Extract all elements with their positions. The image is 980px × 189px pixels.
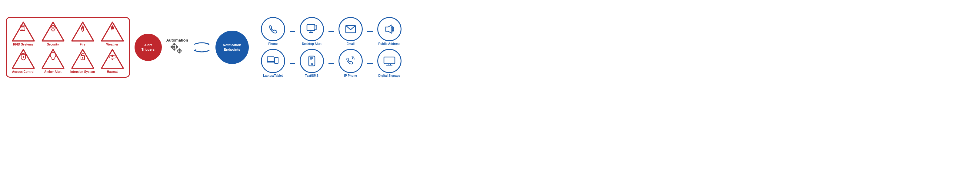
notif-label2: Endpoints bbox=[224, 47, 240, 51]
svg-rect-57 bbox=[384, 57, 395, 64]
weather-triangle-wrapper bbox=[100, 21, 124, 42]
endpoint-public-address: Public Address bbox=[373, 17, 406, 46]
connector-2 bbox=[328, 31, 334, 32]
svg-point-35 bbox=[178, 50, 180, 51]
sms-circle bbox=[300, 49, 324, 73]
svg-point-56 bbox=[311, 63, 312, 65]
svg-rect-2 bbox=[21, 26, 24, 27]
access-icon bbox=[20, 52, 27, 62]
phone-icon bbox=[267, 24, 278, 35]
sms-icon bbox=[308, 56, 315, 66]
center-section: Alert Triggers Automation bbox=[135, 30, 249, 64]
trigger-security: Security bbox=[40, 21, 67, 46]
svg-rect-52 bbox=[309, 56, 315, 66]
desktop-label: Desktop Alert bbox=[302, 42, 321, 46]
trigger-weather: Weather bbox=[99, 21, 126, 46]
ip-phone-circle bbox=[339, 49, 363, 73]
svg-rect-36 bbox=[179, 48, 180, 50]
sms-label: Text/SMS bbox=[305, 74, 318, 78]
email-circle bbox=[339, 17, 363, 41]
ip-phone-label: IP Phone bbox=[344, 74, 357, 78]
ip-phone-icon bbox=[345, 56, 356, 66]
public-address-icon bbox=[384, 24, 395, 34]
rfid-icon bbox=[19, 24, 27, 33]
connector-1 bbox=[290, 31, 295, 32]
endpoint-laptop-tablet: Laptop/Tablet bbox=[256, 49, 290, 78]
public-address-label: Public Address bbox=[379, 42, 400, 46]
laptop-circle bbox=[261, 49, 285, 73]
laptop-label: Laptop/Tablet bbox=[263, 74, 283, 78]
svg-rect-37 bbox=[179, 52, 180, 53]
security-icon bbox=[50, 24, 56, 34]
rfid-triangle-wrapper bbox=[11, 21, 35, 42]
endpoint-text-sms: Text/SMS bbox=[295, 49, 328, 78]
security-label: Security bbox=[47, 43, 59, 46]
hazmat-label: Hazmat bbox=[107, 70, 118, 74]
signage-circle bbox=[377, 49, 401, 73]
connector-5 bbox=[328, 63, 334, 64]
hazmat-icon bbox=[108, 52, 117, 62]
alert-triggers-label: Alert bbox=[144, 43, 152, 47]
endpoint-ip-phone: IP Phone bbox=[334, 49, 367, 78]
public-address-circle bbox=[377, 17, 401, 41]
hazmat-triangle-wrapper bbox=[100, 48, 124, 69]
intrusion-triangle-wrapper bbox=[71, 48, 95, 69]
automation-gears-icon bbox=[170, 43, 185, 57]
access-triangle-wrapper bbox=[11, 48, 35, 69]
svg-rect-38 bbox=[177, 50, 178, 51]
amber-label: Amber Alert bbox=[44, 70, 62, 74]
phone-label: Phone bbox=[268, 42, 278, 46]
endpoint-row-2: Laptop/Tablet Text/SMS bbox=[256, 49, 406, 78]
svg-rect-42 bbox=[307, 24, 315, 30]
svg-rect-51 bbox=[275, 57, 278, 63]
amber-triangle-wrapper bbox=[41, 48, 65, 69]
intrusion-icon bbox=[80, 52, 86, 62]
notif-label1: Notification bbox=[223, 43, 241, 47]
center-arrows bbox=[193, 40, 211, 55]
signage-icon bbox=[383, 56, 395, 66]
trigger-hazmat: Hazmat bbox=[99, 48, 126, 74]
fire-label: Fire bbox=[80, 43, 85, 46]
alert-triggers-label2: Triggers bbox=[142, 47, 154, 51]
connector-6 bbox=[367, 63, 373, 64]
access-label: Access Control bbox=[12, 70, 34, 74]
endpoint-email: Email bbox=[334, 17, 367, 46]
trigger-row-1: RFID Systems Security bbox=[10, 21, 126, 46]
alert-triggers-circle: Alert Triggers bbox=[135, 34, 162, 61]
intrusion-label: Intrusion System bbox=[70, 70, 95, 74]
desktop-icon bbox=[306, 24, 318, 34]
svg-rect-4 bbox=[21, 29, 23, 29]
security-triangle-wrapper bbox=[41, 21, 65, 42]
svg-point-25 bbox=[173, 46, 175, 48]
laptop-icon bbox=[267, 56, 279, 66]
trigger-fire: Fire bbox=[69, 21, 96, 46]
svg-rect-45 bbox=[314, 25, 317, 29]
phone-circle bbox=[261, 17, 285, 41]
endpoint-digital-signage: Digital Signage bbox=[373, 49, 406, 78]
endpoint-row-1: Phone Desktop Alert bbox=[256, 17, 406, 46]
fire-icon bbox=[80, 24, 86, 34]
email-icon bbox=[345, 25, 356, 34]
trigger-row-2: Access Control Amber Aler bbox=[10, 48, 126, 74]
svg-point-20 bbox=[82, 57, 83, 58]
svg-rect-39 bbox=[180, 50, 182, 51]
weather-label: Weather bbox=[107, 43, 118, 46]
amber-icon bbox=[49, 52, 57, 62]
trigger-rfid-systems: RFID Systems bbox=[10, 21, 37, 46]
notification-endpoints-circle: Notification Endpoints bbox=[215, 30, 249, 64]
automation-label: Automation bbox=[166, 38, 188, 42]
rfid-label: RFID Systems bbox=[13, 43, 33, 46]
svg-rect-3 bbox=[21, 27, 24, 28]
trigger-access-control: Access Control bbox=[10, 48, 37, 74]
endpoint-phone: Phone bbox=[256, 17, 290, 46]
trigger-intrusion-system: Intrusion System bbox=[69, 48, 96, 74]
triggers-outer-box: RFID Systems Security bbox=[6, 17, 130, 78]
bidirectional-arrows bbox=[193, 40, 211, 55]
fire-triangle-wrapper bbox=[71, 21, 95, 42]
trigger-amber-alert: Amber Alert bbox=[40, 48, 67, 74]
connector-3 bbox=[367, 31, 373, 32]
endpoint-desktop-alert: Desktop Alert bbox=[295, 17, 328, 46]
svg-point-6 bbox=[52, 27, 54, 28]
signage-label: Digital Signage bbox=[379, 74, 400, 78]
desktop-circle bbox=[300, 17, 324, 41]
